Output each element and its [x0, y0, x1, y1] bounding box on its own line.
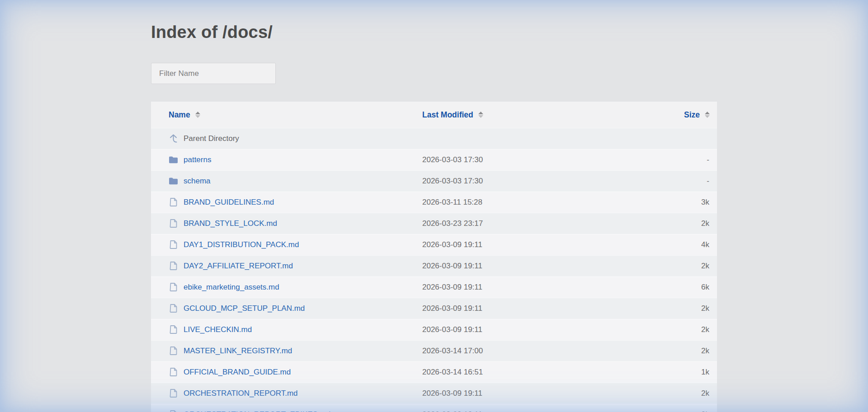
- last-modified-cell: 2026-03-03 17:30: [422, 155, 658, 164]
- parent-directory-link[interactable]: Parent Directory: [184, 134, 239, 143]
- table-row: BRAND_STYLE_LOCK.md 2026-03-23 23:17 2k: [151, 213, 717, 234]
- file-link[interactable]: ORCHESTRATION_REPORT_EBIKES.md: [184, 410, 330, 412]
- last-modified-cell: 2026-03-09 19:11: [422, 410, 658, 412]
- file-listing-table: Name Last Modified Size: [151, 102, 717, 412]
- filter-section: [151, 63, 717, 84]
- table-row: MASTER_LINK_REGISTRY.md 2026-03-14 17:00…: [151, 340, 717, 361]
- folder-link[interactable]: schema: [184, 177, 211, 186]
- column-header-name-label: Name: [169, 110, 190, 120]
- size-cell: 2k: [658, 346, 717, 356]
- column-header-name[interactable]: Name: [151, 110, 422, 120]
- parent-directory-icon: [168, 133, 179, 144]
- size-cell: 2k: [658, 304, 717, 313]
- column-header-last-modified-label: Last Modified: [422, 110, 473, 120]
- table-row: ORCHESTRATION_REPORT_EBIKES.md 2026-03-0…: [151, 404, 717, 412]
- table-row: ebike_marketing_assets.md 2026-03-09 19:…: [151, 276, 717, 298]
- file-link[interactable]: BRAND_STYLE_LOCK.md: [184, 219, 277, 228]
- size-cell: 2k: [658, 389, 717, 398]
- name-cell: BRAND_GUIDELINES.md: [151, 197, 422, 207]
- size-cell: -: [658, 177, 717, 186]
- last-modified-cell: 2026-03-09 19:11: [422, 283, 658, 292]
- folder-icon: [168, 154, 179, 165]
- table-row: BRAND_GUIDELINES.md 2026-03-11 15:28 3k: [151, 192, 717, 213]
- file-link[interactable]: GCLOUD_MCP_SETUP_PLAN.md: [184, 304, 305, 313]
- last-modified-cell: 2026-03-11 15:28: [422, 198, 658, 207]
- name-cell: ORCHESTRATION_REPORT.md: [151, 388, 422, 398]
- table-row: patterns 2026-03-03 17:30 -: [151, 149, 717, 170]
- size-cell: 1k: [658, 368, 717, 377]
- file-icon: [168, 197, 179, 207]
- folder-link[interactable]: patterns: [184, 155, 211, 164]
- name-cell: LIVE_CHECKIN.md: [151, 324, 422, 335]
- size-cell: 4k: [658, 240, 717, 249]
- name-cell: patterns: [151, 154, 422, 165]
- file-icon: [168, 303, 179, 314]
- file-table-body: Parent Directory patterns 2026-03-03 17: [151, 128, 717, 412]
- file-icon: [168, 409, 179, 412]
- file-link[interactable]: DAY1_DISTRIBUTION_PACK.md: [184, 240, 299, 249]
- last-modified-cell: 2026-03-09 19:11: [422, 389, 658, 398]
- table-row: GCLOUD_MCP_SETUP_PLAN.md 2026-03-09 19:1…: [151, 298, 717, 319]
- table-row: ORCHESTRATION_REPORT.md 2026-03-09 19:11…: [151, 383, 717, 404]
- last-modified-cell: 2026-03-09 19:11: [422, 325, 658, 334]
- filter-name-input[interactable]: [151, 63, 276, 84]
- file-link[interactable]: MASTER_LINK_REGISTRY.md: [184, 346, 292, 356]
- size-cell: 2k: [658, 219, 717, 228]
- file-link[interactable]: LIVE_CHECKIN.md: [184, 325, 252, 334]
- table-row: OFFICIAL_BRAND_GUIDE.md 2026-03-14 16:51…: [151, 361, 717, 383]
- page-title: Index of /docs/: [151, 23, 717, 42]
- directory-index-page: Index of /docs/ Name Last Modified Size: [151, 0, 717, 412]
- column-header-size[interactable]: Size: [658, 110, 717, 120]
- file-link[interactable]: BRAND_GUIDELINES.md: [184, 198, 274, 207]
- column-header-size-label: Size: [684, 110, 700, 120]
- file-link[interactable]: ORCHESTRATION_REPORT.md: [184, 389, 298, 398]
- name-cell: schema: [151, 176, 422, 186]
- table-header-row: Name Last Modified Size: [151, 102, 717, 128]
- file-icon: [168, 261, 179, 271]
- size-cell: 2k: [658, 262, 717, 271]
- sort-icon[interactable]: [705, 112, 710, 118]
- file-link[interactable]: DAY2_AFFILIATE_REPORT.md: [184, 262, 293, 271]
- name-cell: BRAND_STYLE_LOCK.md: [151, 218, 422, 229]
- size-cell: 6k: [658, 283, 717, 292]
- size-cell: -: [658, 155, 717, 164]
- file-icon: [168, 239, 179, 250]
- file-icon: [168, 218, 179, 229]
- table-row: LIVE_CHECKIN.md 2026-03-09 19:11 2k: [151, 319, 717, 340]
- size-cell: 3k: [658, 198, 717, 207]
- size-cell: 2k: [658, 410, 717, 412]
- file-icon: [168, 282, 179, 292]
- name-cell: ORCHESTRATION_REPORT_EBIKES.md: [151, 409, 422, 412]
- file-icon: [168, 388, 179, 398]
- name-cell: MASTER_LINK_REGISTRY.md: [151, 346, 422, 356]
- sort-icon[interactable]: [478, 112, 483, 118]
- sort-icon[interactable]: [195, 112, 200, 118]
- table-row: schema 2026-03-03 17:30 -: [151, 170, 717, 192]
- name-cell: Parent Directory: [151, 133, 422, 144]
- name-cell: ebike_marketing_assets.md: [151, 282, 422, 292]
- last-modified-cell: 2026-03-14 17:00: [422, 346, 658, 356]
- name-cell: DAY2_AFFILIATE_REPORT.md: [151, 261, 422, 271]
- size-cell: 2k: [658, 325, 717, 334]
- file-link[interactable]: OFFICIAL_BRAND_GUIDE.md: [184, 368, 291, 377]
- last-modified-cell: 2026-03-03 17:30: [422, 177, 658, 186]
- name-cell: GCLOUD_MCP_SETUP_PLAN.md: [151, 303, 422, 314]
- table-row: Parent Directory: [151, 128, 717, 149]
- file-icon: [168, 346, 179, 356]
- last-modified-cell: 2026-03-23 23:17: [422, 219, 658, 228]
- name-cell: DAY1_DISTRIBUTION_PACK.md: [151, 239, 422, 250]
- table-row: DAY1_DISTRIBUTION_PACK.md 2026-03-09 19:…: [151, 234, 717, 255]
- last-modified-cell: 2026-03-09 19:11: [422, 304, 658, 313]
- file-link[interactable]: ebike_marketing_assets.md: [184, 283, 279, 292]
- folder-icon: [168, 176, 179, 186]
- last-modified-cell: 2026-03-14 16:51: [422, 368, 658, 377]
- table-row: DAY2_AFFILIATE_REPORT.md 2026-03-09 19:1…: [151, 255, 717, 276]
- file-icon: [168, 367, 179, 377]
- name-cell: OFFICIAL_BRAND_GUIDE.md: [151, 367, 422, 377]
- file-icon: [168, 324, 179, 335]
- last-modified-cell: 2026-03-09 19:11: [422, 240, 658, 249]
- last-modified-cell: 2026-03-09 19:11: [422, 262, 658, 271]
- column-header-last-modified[interactable]: Last Modified: [422, 110, 658, 120]
